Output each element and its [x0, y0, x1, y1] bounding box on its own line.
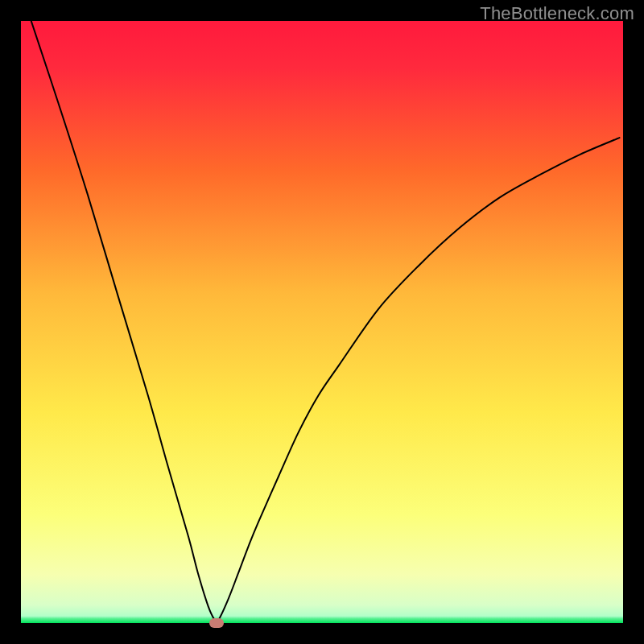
green-band — [21, 616, 623, 623]
optimal-point-marker — [209, 618, 224, 628]
plot-area — [21, 21, 623, 623]
watermark-text: TheBottleneck.com — [480, 3, 634, 24]
chart-frame: TheBottleneck.com — [0, 0, 644, 644]
gradient-background — [21, 21, 623, 623]
bottleneck-chart — [21, 21, 623, 623]
